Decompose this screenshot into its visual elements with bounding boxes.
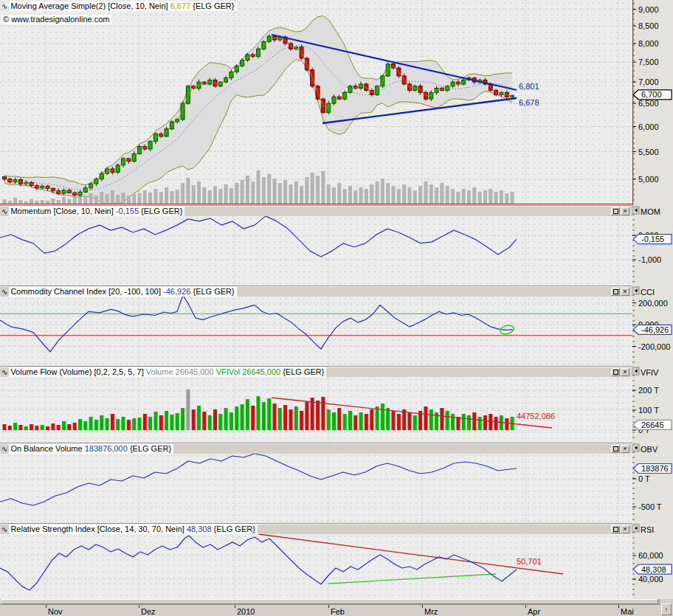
time-axis-month-label: Dez xyxy=(141,607,156,616)
volume-bar xyxy=(46,201,49,204)
axis-collapse-button[interactable] xyxy=(632,367,639,375)
vfi-volume-bar xyxy=(94,420,98,430)
axis-tick-label: 6,000 xyxy=(638,122,659,131)
axis-collapse-button[interactable] xyxy=(632,525,639,532)
volume-bar xyxy=(132,194,136,204)
volume-bar xyxy=(30,199,33,204)
vfiv-trendline-label: 44752,086 xyxy=(517,412,555,421)
main-chart-symbol: {ELG GER} xyxy=(193,1,234,10)
cci-panel[interactable] xyxy=(0,296,632,367)
cci-symbol: {ELG GER} xyxy=(193,287,234,296)
vfiv-symbol: {ELG GER} xyxy=(283,367,324,376)
obv-close-button[interactable]: × xyxy=(621,445,629,453)
vfi-volume-bar xyxy=(386,408,390,430)
volume-bar xyxy=(224,184,228,204)
axis-collapse-button[interactable] xyxy=(632,207,639,214)
cci-plot[interactable] xyxy=(0,296,632,367)
maximize-icon xyxy=(613,289,618,294)
cci-value: -46,926 xyxy=(163,287,190,296)
time-axis-month-label: Apr xyxy=(528,607,540,616)
vfi-volume-bar xyxy=(289,409,293,430)
volume-bar xyxy=(94,195,98,204)
volume-bar xyxy=(327,184,331,204)
vfi-volume-bar xyxy=(321,397,325,430)
time-axis-month-label: Mrz xyxy=(424,607,438,616)
volume-bar xyxy=(478,192,482,204)
horizontal-scrollbar[interactable] xyxy=(0,599,660,604)
maximize-icon xyxy=(613,527,618,532)
time-axis-month-label: Feb xyxy=(331,607,345,616)
cci-maximize-button[interactable] xyxy=(611,288,620,296)
vfi-volume-bar xyxy=(51,423,55,430)
indicator-squiggle-icon: ∿ xyxy=(1,2,7,10)
vfi-volume-bar xyxy=(224,408,228,430)
volume-bar xyxy=(186,178,190,204)
vfi-volume-bar xyxy=(67,424,71,430)
rsi-support-trendline[interactable] xyxy=(328,574,496,584)
obv-value: 183876,000 xyxy=(85,444,128,453)
momentum-panel[interactable] xyxy=(0,215,632,286)
indicator-squiggle-icon: ∿ xyxy=(1,288,7,296)
vfi-volume-bar xyxy=(327,409,331,430)
rsi-resistance-trendline[interactable] xyxy=(258,534,563,574)
indicator-line xyxy=(0,296,513,352)
obv-maximize-button[interactable] xyxy=(611,445,620,453)
vfi-volume-bar xyxy=(273,404,277,430)
vfi-volume-bar xyxy=(89,417,93,430)
volume-bar xyxy=(386,183,390,204)
momentum-plot[interactable] xyxy=(0,215,632,286)
obv-plot[interactable] xyxy=(0,453,632,524)
cci-close-button[interactable]: × xyxy=(621,288,629,296)
time-axis-tick xyxy=(46,605,46,608)
axis-tick-label: 60,000 xyxy=(638,551,663,560)
momentum-maximize-button[interactable] xyxy=(611,207,620,215)
rsi-panel[interactable]: 50,701 xyxy=(0,533,632,599)
main-chart-panel[interactable]: 6,8016,678 xyxy=(0,0,632,206)
volume-bar xyxy=(111,190,114,204)
vfiv-maximize-button[interactable] xyxy=(611,368,620,376)
vfi-volume-bar xyxy=(456,417,460,430)
rsi-maximize-button[interactable] xyxy=(611,525,620,533)
vfi-volume-bar xyxy=(381,404,384,430)
vfi-volume-bar xyxy=(218,414,222,430)
time-axis-tick xyxy=(525,605,526,608)
vfiv-close-button[interactable]: × xyxy=(621,368,629,376)
rsi-value: 48,308 xyxy=(187,525,212,533)
scrollbar-thumb[interactable] xyxy=(1,599,658,604)
obv-symbol: {ELG GER} xyxy=(130,444,171,453)
main-chart-plot[interactable]: 6,8016,678 xyxy=(0,0,632,206)
vfi-volume-bar xyxy=(365,414,368,430)
momentum-close-button[interactable]: × xyxy=(621,207,629,215)
price-axis-column[interactable]: 9,0008,5008,0007,5007,0006,5006,0005,500… xyxy=(632,0,673,616)
axis-collapse-button[interactable] xyxy=(632,444,639,451)
price-axis[interactable]: 9,0008,5008,0007,5007,0006,5006,0005,500… xyxy=(632,0,673,616)
vfi-volume-bar xyxy=(376,406,379,430)
vfi-volume-bar xyxy=(35,426,38,430)
vfi-volume-bar xyxy=(176,413,179,430)
close-icon: × xyxy=(623,208,627,215)
vfi-volume-bar xyxy=(413,415,417,430)
volume-bar xyxy=(321,171,325,204)
volume-bar xyxy=(511,192,514,204)
time-axis[interactable]: NovDez2010FebMrzAprMai xyxy=(0,604,660,616)
volume-bar xyxy=(483,190,487,204)
volume-bar xyxy=(24,201,28,204)
vfi-volume-bar xyxy=(13,423,17,430)
volume-bar xyxy=(148,193,152,204)
main-chart-header: ∿ Moving Average Simple(2) [Close, 10, N… xyxy=(1,1,237,11)
axis-collapse-button[interactable] xyxy=(632,287,639,294)
vfiv-header-bar: ∿ Volume Flow (Volume) [0,2, 2,5, 5, 7] … xyxy=(0,367,632,377)
obv-header-bar: ∿ On Balance Volume 183876,000 {ELG GER}… xyxy=(0,443,632,454)
volume-bar xyxy=(451,189,455,204)
vfiv-panel[interactable]: 44752,086 xyxy=(0,376,632,443)
rsi-plot[interactable]: 50,701 xyxy=(0,533,632,599)
vfi-volume-bar xyxy=(316,401,320,430)
rsi-close-button[interactable]: × xyxy=(621,525,629,533)
vfiv-plot[interactable]: 44752,086 xyxy=(0,376,632,443)
vfi-volume-bar xyxy=(57,425,61,430)
scroll-up-button[interactable]: ↑ xyxy=(661,603,672,615)
vfiv-vfivol-value: 26645,000 xyxy=(242,367,280,376)
volume-bar xyxy=(456,192,460,204)
vfi-volume-bar xyxy=(30,424,33,430)
obv-panel[interactable] xyxy=(0,453,632,524)
